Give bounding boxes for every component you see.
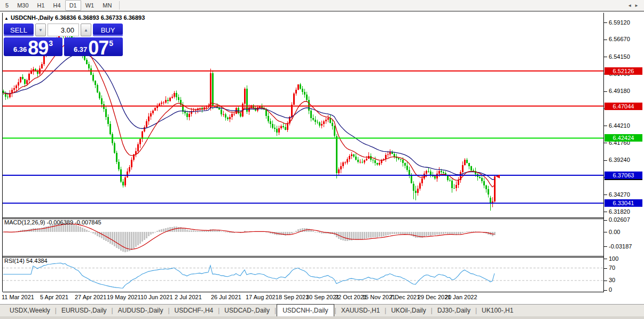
price-tick-label: 6.44210 [609, 122, 630, 129]
tab-dj30-daily[interactable]: DJ30-,Daily [433, 305, 475, 316]
tab-separator: | [168, 307, 169, 314]
sell-button[interactable]: SELL [4, 24, 34, 36]
tab-usdchf-h4[interactable]: USDCHF-,H4 [170, 305, 218, 316]
spinner-up-icon: ▲ [84, 28, 88, 33]
one-click-trade-widget: SELL ▼ 3.00 ▲ BUY 6.36 89 3 6.37 07 5 [4, 24, 123, 56]
date-label: 20 Jan 2022 [445, 294, 477, 300]
date-label: 11 Mar 2021 [2, 294, 34, 300]
tab-usdcad-daily[interactable]: USDCAD-,Daily [220, 305, 274, 316]
tab-separator: | [218, 307, 219, 314]
sell-price-handle: 6.36 [13, 45, 27, 53]
macd-label: MACD(12,26,9) -0.006389 -0.007845 [4, 219, 101, 225]
timeframe-button-w1[interactable]: W1 [81, 0, 99, 11]
tab-usdcnh-daily[interactable]: USDCNH-,Daily [277, 304, 334, 317]
timeframe-button-h1[interactable]: H1 [33, 0, 49, 11]
date-label: 26 Jul 2021 [211, 294, 241, 300]
buy-price-panel[interactable]: 6.37 07 5 [64, 37, 123, 56]
chart-symbol-title: ▲USDCNH-,Daily 6.36836 6.36893 6.36733 6… [4, 14, 145, 21]
tab-audusd-daily[interactable]: AUDUSD-,Daily [114, 305, 168, 316]
toolbar-separator [119, 1, 120, 10]
date-label: 5 Apr 2021 [40, 294, 68, 300]
date-label: 19 May 2021 [107, 294, 141, 300]
price-level-badge: 6.42424 [604, 134, 642, 142]
tab-usdx-weekly[interactable]: USDX,Weekly [5, 305, 54, 316]
sell-price-big-digits: 89 [28, 41, 48, 55]
date-label: 8 Sep 2021 [279, 294, 309, 300]
macd-panel [3, 223, 496, 252]
price-tick-label: 6.49180 [609, 88, 630, 95]
tab-separator: | [384, 307, 386, 314]
candlestick-series [3, 30, 496, 211]
price-tick-label: 6.39240 [609, 157, 630, 164]
ohlc-values: 6.36836 6.36893 6.36733 6.36893 [55, 14, 145, 21]
rsi-value: 54.4384 [26, 258, 48, 264]
date-label: 10 Jun 2021 [140, 294, 173, 300]
price-level-badge: 6.52126 [604, 67, 642, 75]
buy-price-big-digits: 07 [88, 41, 108, 55]
price-level-badge: 6.33041 [604, 199, 642, 207]
tab-eurusd-daily[interactable]: EURUSD-,Daily [57, 305, 111, 316]
price-tick-label: 6.34270 [609, 191, 630, 198]
tab-separator: | [475, 307, 477, 314]
buy-price-handle: 6.37 [74, 45, 87, 53]
tab-separator: | [274, 307, 276, 314]
macd-values: -0.006389 -0.007845 [46, 219, 101, 225]
tab-ukoil-daily[interactable]: UKOil-,Daily [387, 305, 430, 316]
tab-separator: | [431, 307, 433, 314]
rsi-line [3, 263, 494, 288]
macd-name: MACD(12,26,9) [4, 219, 45, 225]
macd-tick-label: -0.03187 [609, 243, 632, 250]
timeframe-button-mn[interactable]: MN [98, 0, 116, 11]
price-tick-label: 6.59120 [609, 19, 630, 26]
ma-slow-line [3, 53, 494, 180]
tab-uk100-h1[interactable]: UK100-,H1 [477, 305, 517, 316]
timeframe-button-d1[interactable]: D1 [65, 0, 81, 11]
timeframe-button-5[interactable]: 5 [1, 0, 13, 11]
symbol-period-label: USDCNH-,Daily [11, 14, 53, 21]
date-label: 2 Jul 2021 [175, 294, 202, 300]
rsi-tick-label: 70 [609, 264, 615, 271]
price-tick-label: 6.31820 [609, 208, 630, 215]
rsi-tick-label: 30 [609, 277, 615, 284]
date-label: 17 Aug 2021 [246, 294, 279, 300]
macd-tick-label: 0.02607 [609, 216, 630, 223]
tab-scroll-arrows: ◄► [627, 3, 641, 8]
timeframe-button-h4[interactable]: H4 [49, 0, 65, 11]
spinner-down-icon: ▼ [38, 28, 43, 33]
volume-decrease-button[interactable]: ▼ [35, 24, 46, 36]
buy-button[interactable]: BUY [93, 24, 123, 36]
tab-scroll-left-icon[interactable]: ◄ [627, 3, 634, 8]
buy-price-pip: 5 [109, 39, 113, 48]
rsi-tick-label: 100 [609, 255, 618, 262]
rsi-panel [3, 263, 603, 288]
trading-platform-window: 5M30H1H4D1W1MN ▲USDCNH-,Daily 6.36836 6.… [0, 0, 644, 319]
price-level-badge: 6.37063 [604, 172, 642, 179]
tab-separator: | [55, 307, 57, 314]
macd-tick-label: 0.00 [609, 229, 620, 236]
status-strip [0, 316, 644, 319]
volume-input[interactable]: 3.00 [48, 24, 79, 36]
tab-scroll-right-icon[interactable]: ► [634, 3, 641, 8]
tab-separator: | [112, 307, 113, 314]
price-level-badge: 6.47044 [604, 103, 642, 110]
volume-increase-button[interactable]: ▲ [81, 24, 91, 36]
collapse-triangle-icon[interactable]: ▲ [4, 16, 9, 21]
sell-price-pip: 3 [49, 39, 53, 48]
tab-separator: | [335, 307, 336, 314]
rsi-label: RSI(14) 54.4384 [4, 258, 48, 264]
date-label: 7 Dec 2021 [390, 294, 420, 300]
chart-tabbar: USDX,Weekly|EURUSD-,Daily|AUDUSD-,Daily|… [0, 304, 644, 316]
price-tick-label: 6.54150 [609, 53, 630, 60]
timeframe-toolbar: 5M30H1H4D1W1MN [0, 0, 644, 12]
rsi-name: RSI(14) [4, 258, 25, 264]
sell-price-panel[interactable]: 6.36 89 3 [4, 37, 62, 56]
price-tick-label: 6.56670 [609, 36, 630, 43]
timeframe-button-m30[interactable]: M30 [13, 0, 33, 11]
date-label: 27 Apr 2021 [75, 294, 106, 300]
rsi-tick-label: 0 [609, 286, 612, 293]
tab-xauusd-h1[interactable]: XAUUSD-,H1 [337, 305, 384, 316]
